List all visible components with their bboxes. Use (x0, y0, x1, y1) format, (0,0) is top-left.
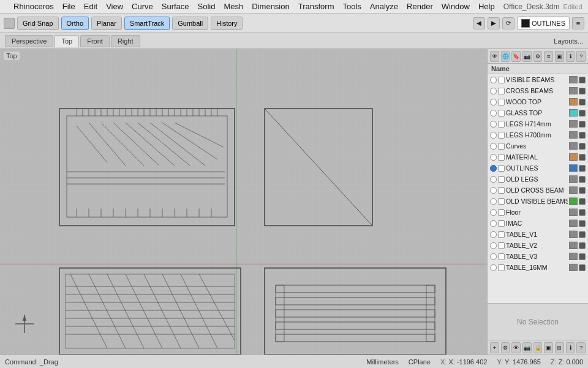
layer-visibility[interactable] (498, 165, 505, 172)
layer-color-swatch[interactable] (569, 175, 578, 183)
menu-transform[interactable]: Transform (298, 2, 334, 11)
layer-radio[interactable] (490, 264, 497, 271)
menu-dimension[interactable]: Dimension (252, 2, 289, 11)
layer-radio[interactable] (490, 77, 497, 83)
layer-color-swatch[interactable] (569, 253, 578, 260)
layer-visibility[interactable] (498, 77, 505, 83)
layer-visibility[interactable] (498, 231, 505, 238)
layouts-button[interactable]: Layouts... (554, 37, 583, 45)
layer-lock[interactable] (579, 220, 586, 227)
layer-visibility[interactable] (498, 264, 505, 271)
tab-right[interactable]: Right (111, 35, 140, 47)
layer-lock[interactable] (579, 143, 586, 150)
layer-radio[interactable] (490, 198, 497, 205)
menu-solid[interactable]: Solid (198, 2, 216, 11)
layer-color-swatch[interactable] (569, 76, 578, 83)
menu-edit[interactable]: Edit (84, 2, 97, 11)
layer-visibility[interactable] (498, 132, 505, 139)
panel-icon-dot[interactable]: ⚙ (533, 51, 543, 62)
panel-icon-box[interactable]: ▣ (555, 51, 564, 62)
layer-lock[interactable] (579, 264, 586, 271)
menu-curve[interactable]: Curve (132, 2, 153, 11)
layer-row[interactable]: MATERIAL (488, 151, 588, 163)
layer-lock[interactable] (579, 165, 586, 172)
panel-bottom-lock[interactable]: 🔒 (533, 342, 543, 353)
layer-row[interactable]: Floor (488, 207, 588, 218)
layer-lock[interactable] (579, 198, 586, 205)
layer-row[interactable]: OLD CROSS BEAM (488, 185, 588, 196)
layer-row[interactable]: CROSS BEAMS (488, 85, 588, 96)
layer-visibility[interactable] (498, 198, 505, 205)
layer-color-swatch[interactable] (569, 264, 578, 271)
layer-radio[interactable] (490, 187, 497, 194)
nav-prev[interactable]: ◀ (473, 17, 485, 29)
layer-color-swatch[interactable] (569, 87, 578, 94)
panel-bottom-grid[interactable]: ⊞ (555, 342, 564, 353)
layer-color-swatch[interactable] (569, 164, 578, 172)
menu-help[interactable]: Help (478, 2, 495, 11)
menu-analyze[interactable]: Analyze (370, 2, 398, 11)
layer-visibility[interactable] (498, 154, 505, 161)
menu-surface[interactable]: Surface (162, 2, 189, 11)
layer-color-swatch[interactable] (569, 131, 578, 139)
menu-rhinoceros[interactable]: Rhinoceros (13, 2, 54, 11)
layer-row[interactable]: GLASS TOP (488, 107, 588, 118)
smart-track-button[interactable]: SmartTrack (124, 17, 170, 30)
panel-bottom-box[interactable]: ▣ (544, 342, 553, 353)
panel-icon-layers[interactable]: ≡ (544, 51, 553, 62)
layer-lock[interactable] (579, 88, 586, 94)
panel-icon-info[interactable]: ℹ (566, 51, 575, 62)
layer-radio[interactable] (490, 132, 497, 139)
layer-lock[interactable] (579, 176, 586, 183)
layer-lock[interactable] (579, 209, 586, 216)
outline-selector[interactable]: OUTLINES (517, 17, 570, 30)
layer-radio[interactable] (490, 253, 497, 260)
layer-radio[interactable] (490, 154, 497, 161)
layer-row[interactable]: LEGS H700mm (488, 129, 588, 140)
layer-radio[interactable] (490, 88, 497, 94)
layer-color-swatch[interactable] (569, 142, 578, 150)
layer-color-swatch[interactable] (569, 120, 578, 128)
layer-color-swatch[interactable] (569, 153, 578, 161)
layer-row[interactable]: TABLE_16MM (488, 262, 588, 273)
layer-lock[interactable] (579, 242, 586, 249)
layer-radio[interactable] (490, 209, 497, 216)
panel-icon-camera[interactable]: 📷 (522, 51, 532, 62)
cplane-label[interactable]: CPlane (409, 358, 431, 366)
layer-lock[interactable] (579, 99, 586, 105)
panel-icon-eye[interactable]: 👁 (490, 51, 499, 62)
menu-view[interactable]: View (106, 2, 123, 11)
nav-reload[interactable]: ⟳ (502, 17, 514, 29)
menu-tools[interactable]: Tools (342, 2, 361, 11)
panel-bottom-add[interactable]: + (490, 342, 499, 353)
panel-bottom-cam[interactable]: 📷 (522, 342, 532, 353)
panel-icon-question[interactable]: ? (576, 51, 586, 62)
layer-lock[interactable] (579, 154, 586, 161)
planar-button[interactable]: Planar (91, 17, 122, 30)
layer-radio[interactable] (490, 121, 497, 128)
panel-icon-globe[interactable]: 🌐 (501, 51, 510, 62)
grid-snap-button[interactable]: Grid Snap (17, 17, 59, 30)
layer-lock[interactable] (579, 231, 586, 238)
layer-row[interactable]: WOOD TOP (488, 96, 588, 107)
layer-color-swatch[interactable] (569, 98, 578, 105)
layer-visibility[interactable] (498, 110, 505, 117)
panel-toggle[interactable]: ≡ (572, 17, 584, 29)
layer-visibility[interactable] (498, 187, 505, 194)
panel-bottom-eye[interactable]: 👁 (511, 342, 521, 353)
layer-row[interactable]: TABLE_V2 (488, 240, 588, 251)
ortho-button[interactable]: Ortho (61, 17, 89, 30)
layer-color-swatch[interactable] (569, 109, 578, 117)
layer-visibility[interactable] (498, 209, 505, 216)
layer-row[interactable]: TABLE_V1 (488, 229, 588, 240)
layer-color-swatch[interactable] (569, 242, 578, 249)
layer-radio[interactable] (490, 165, 497, 172)
layer-lock[interactable] (579, 253, 586, 260)
panel-icon-bookmark[interactable]: 🔖 (511, 51, 521, 62)
layer-radio[interactable] (490, 110, 497, 117)
layer-visibility[interactable] (498, 143, 505, 150)
layer-color-swatch[interactable] (569, 186, 578, 194)
history-button[interactable]: History (211, 17, 243, 30)
panel-bottom-info[interactable]: ℹ (566, 342, 575, 353)
layer-row[interactable]: IMAC (488, 218, 588, 229)
